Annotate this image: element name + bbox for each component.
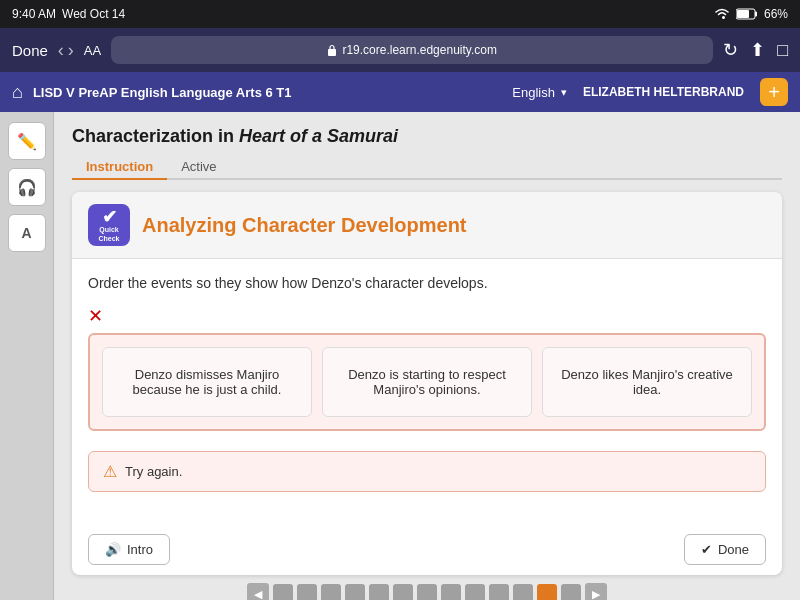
done-button[interactable]: ✔ Done: [684, 534, 766, 565]
nav-back-button[interactable]: ‹: [58, 40, 64, 61]
page-dot-11[interactable]: [513, 584, 533, 600]
page-title-italic: Heart of a Samurai: [239, 126, 398, 146]
pagination-next-button[interactable]: ▶: [585, 583, 607, 600]
lock-icon: [327, 44, 337, 56]
user-name: ELIZABETH HELTERBRAND: [583, 85, 744, 99]
page-dot-13[interactable]: [561, 584, 581, 600]
sidebar: ✏️ 🎧 A: [0, 112, 54, 600]
x-error-icon: ✕: [88, 305, 103, 327]
url-bar[interactable]: r19.core.learn.edgenuity.com: [111, 36, 713, 64]
page-dot-10[interactable]: [489, 584, 509, 600]
try-again-text: Try again.: [125, 464, 182, 479]
status-time: 9:40 AM: [12, 7, 56, 21]
page-title-plain: Characterization in: [72, 126, 239, 146]
checkmark-done-icon: ✔: [701, 542, 712, 557]
wifi-icon: [714, 8, 730, 20]
event-card-3[interactable]: Denzo likes Manjiro's creative idea.: [542, 347, 752, 417]
battery-icon: [736, 8, 758, 20]
course-title: LISD V PreAP English Language Arts 6 T1: [33, 85, 512, 100]
status-right: 66%: [714, 7, 788, 21]
events-container: Denzo dismisses Manjiro because he is ju…: [88, 333, 766, 431]
headphones-icon: 🎧: [17, 178, 37, 197]
page-dot-7[interactable]: [417, 584, 437, 600]
battery-pct: 66%: [764, 7, 788, 21]
try-again-box: ⚠ Try again.: [88, 451, 766, 492]
page-dot-8[interactable]: [441, 584, 461, 600]
course-right: English ▾ ELIZABETH HELTERBRAND +: [512, 78, 788, 106]
svg-rect-1: [755, 12, 757, 17]
pagination-row: ◀ ▶: [72, 575, 782, 600]
warning-icon: ⚠: [103, 462, 117, 481]
font-size-button[interactable]: AA: [84, 43, 101, 58]
page-dot-5[interactable]: [369, 584, 389, 600]
page-dot-9[interactable]: [465, 584, 485, 600]
content-card: ✔ Quick Check Analyzing Character Develo…: [72, 192, 782, 575]
tab-instruction[interactable]: Instruction: [72, 155, 167, 180]
status-day: Wed Oct 14: [62, 7, 125, 21]
pagination-prev-button[interactable]: ◀: [247, 583, 269, 600]
top-nav: Done ‹ › AA r19.core.learn.edgenuity.com…: [0, 28, 800, 72]
add-button[interactable]: +: [760, 78, 788, 106]
page-dot-1[interactable]: [273, 584, 293, 600]
page-dot-2[interactable]: [297, 584, 317, 600]
page-dot-12[interactable]: [537, 584, 557, 600]
tab-active[interactable]: Active: [167, 155, 230, 178]
course-bar: ⌂ LISD V PreAP English Language Arts 6 T…: [0, 72, 800, 112]
main-area: ✏️ 🎧 A Characterization in Heart of a Sa…: [0, 112, 800, 600]
pencil-icon: ✏️: [17, 132, 37, 151]
tabs-row: Instruction Active: [72, 155, 782, 180]
pencil-tool-button[interactable]: ✏️: [8, 122, 46, 160]
nav-done-button[interactable]: Done: [12, 42, 48, 59]
intro-label: Intro: [127, 542, 153, 557]
instruction-text: Order the events so they show how Denzo'…: [88, 275, 766, 291]
content-area: Characterization in Heart of a Samurai I…: [54, 112, 800, 600]
quick-check-icon: ✔ Quick Check: [88, 204, 130, 246]
card-header: ✔ Quick Check Analyzing Character Develo…: [72, 192, 782, 259]
language-label: English: [512, 85, 555, 100]
page-title: Characterization in Heart of a Samurai: [72, 126, 782, 147]
nav-forward-button[interactable]: ›: [68, 40, 74, 61]
quick-label: Quick: [99, 226, 118, 234]
speaker-icon: 🔊: [105, 542, 121, 557]
card-footer: 🔊 Intro ✔ Done: [72, 524, 782, 575]
checkmark-icon: ✔: [102, 208, 117, 226]
error-row: ✕: [88, 305, 766, 327]
language-chevron-icon[interactable]: ▾: [561, 86, 567, 99]
svg-rect-2: [737, 10, 749, 18]
nav-actions: ↻ ⬆ □: [723, 39, 788, 61]
text-icon: A: [21, 225, 31, 241]
bookmarks-button[interactable]: □: [777, 40, 788, 61]
status-bar: 9:40 AM Wed Oct 14 66%: [0, 0, 800, 28]
status-left: 9:40 AM Wed Oct 14: [12, 7, 125, 21]
card-title: Analyzing Character Development: [142, 214, 467, 237]
page-dot-6[interactable]: [393, 584, 413, 600]
text-tool-button[interactable]: A: [8, 214, 46, 252]
svg-rect-3: [328, 49, 336, 56]
check-label: Check: [98, 235, 119, 242]
done-label: Done: [718, 542, 749, 557]
event-card-2[interactable]: Denzo is starting to respect Manjiro's o…: [322, 347, 532, 417]
refresh-button[interactable]: ↻: [723, 39, 738, 61]
event-card-1[interactable]: Denzo dismisses Manjiro because he is ju…: [102, 347, 312, 417]
course-home-button[interactable]: ⌂: [12, 82, 23, 103]
page-dot-3[interactable]: [321, 584, 341, 600]
card-body: Order the events so they show how Denzo'…: [72, 259, 782, 524]
nav-arrows: ‹ ›: [58, 40, 74, 61]
url-text: r19.core.learn.edgenuity.com: [342, 43, 497, 57]
share-button[interactable]: ⬆: [750, 39, 765, 61]
intro-button[interactable]: 🔊 Intro: [88, 534, 170, 565]
page-dot-4[interactable]: [345, 584, 365, 600]
audio-tool-button[interactable]: 🎧: [8, 168, 46, 206]
